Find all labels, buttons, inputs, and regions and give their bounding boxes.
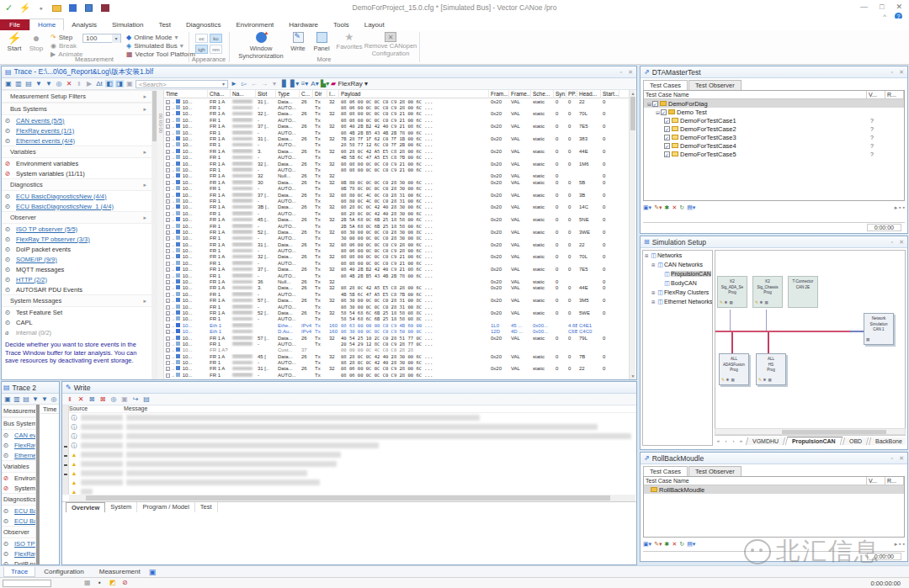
col-header-3[interactable]: Slot	[256, 90, 276, 98]
tree-item[interactable]: ⊙Test Feature Set	[2, 307, 152, 317]
tree-item[interactable]: ⊙DoIP packet events	[2, 244, 152, 254]
test-tree-item[interactable]: ⊟✓Demo Test	[644, 108, 904, 116]
tree-item[interactable]: ⊙SOME/IP (9/9)	[2, 254, 152, 264]
w-clear-icon[interactable]: ✕	[77, 395, 85, 403]
trace-row[interactable]: +→ 10...FR 1 A30Data...26Tx320B 80 0C 0C…	[164, 179, 629, 185]
write-col-source[interactable]: Source	[69, 405, 124, 412]
appearance-toggle-oc[interactable]: oc	[195, 34, 208, 43]
roll-delete-icon[interactable]: ✕	[672, 541, 677, 548]
network-tree-item[interactable]: ⊞◫CAN Networks	[643, 260, 712, 269]
write-button[interactable]: ✎ Write	[286, 32, 310, 52]
favorites-button[interactable]: ★ Favorites	[335, 32, 364, 50]
node-adasfusion[interactable]: ALLADASFusionProg✎✱▦	[719, 353, 749, 385]
w-pause-icon[interactable]: ‖	[66, 395, 74, 403]
close-button[interactable]: ✕	[896, 3, 902, 11]
test-tree-item[interactable]: ✓DemoForTestCase1?	[644, 116, 904, 124]
filter-icon[interactable]: ▼	[35, 80, 43, 87]
desktop-tab-configuration[interactable]: Configuration	[37, 567, 91, 576]
trace-row[interactable]: +→ 10...FR 1 A37 [..Data...26Tx3208 80 0…	[164, 192, 629, 198]
tree-item[interactable]: ⊘Environment variables	[2, 473, 35, 483]
trace-row[interactable]: +→ 10...FR 1 A57 [..Data...26Tx3240 54 2…	[164, 335, 629, 341]
trace-row[interactable]: +→ 10...FR 1 A52 [..Data...26Tx3258 54 6…	[164, 310, 629, 315]
sim-float-button[interactable]: ▫	[891, 239, 893, 246]
write-row[interactable]: ▲	[69, 478, 635, 487]
sheet-nav-icon[interactable]: »	[737, 438, 745, 443]
tree-item[interactable]: ⊘System variables (11/11)	[2, 483, 35, 493]
sim-tab-obd[interactable]: OBD	[843, 437, 869, 445]
network-tree-item[interactable]: ◫BodyCAN	[643, 278, 712, 288]
write-row[interactable]: ⓘ	[69, 422, 635, 432]
trace-row[interactable]: −→ 10...FR 1-AUTO...Tx08 06 00 0C 0C C0 …	[164, 104, 629, 110]
trace-row[interactable]: −→ 10...FR 1-AUTO...Tx08 28 0C 0C 42 40 …	[164, 359, 629, 365]
trace2-splitter[interactable]	[35, 405, 40, 564]
grid-col-0[interactable]: Test Case Name	[644, 91, 867, 99]
dta-new-icon[interactable]: ▣▾	[643, 204, 651, 211]
font-icon[interactable]: A▾	[311, 80, 319, 87]
grid-col-0[interactable]: Test Case Name	[644, 477, 867, 485]
dta-config-icon[interactable]: ✱	[665, 204, 670, 211]
trace-row[interactable]: −→ 10...FR 1-AUTO...Tx08 06 00 0C 0C C0 …	[164, 372, 629, 378]
break-button[interactable]: ◉Break	[50, 42, 77, 50]
write-row[interactable]: ▲	[69, 459, 635, 469]
trace-row[interactable]: +→ 10...FR 1 A31 [..Data...26Tx3208 06 0…	[164, 98, 629, 104]
trace-tree-scrollbar[interactable]	[152, 90, 157, 379]
checkbox[interactable]: ✓	[664, 151, 670, 157]
mark-icon[interactable]: ▾	[270, 80, 279, 87]
col-header-0[interactable]: Time	[164, 90, 208, 98]
tree-item[interactable]: ⊙ECU BasicDiagnosticsNew (4/4)	[2, 191, 152, 201]
roll-run-icons[interactable]: ▸ ▪ ▪	[895, 541, 905, 548]
trace-row[interactable]: +→ 10...FR 1 A32 [..Data...26Tx3208 08 0…	[164, 254, 629, 260]
trace-row[interactable]: +→ 10...FR 1 A3.Data...26Tx3208 28 0C 42…	[164, 285, 629, 291]
dta-close-button[interactable]: ✕	[899, 69, 904, 76]
tree-item[interactable]: ⊙ISO TP observer (5/5)	[2, 538, 35, 548]
find-icon[interactable]: ◎	[55, 80, 63, 87]
rows-icon[interactable]: ≡▾	[300, 80, 309, 87]
w-clearred-icon[interactable]: ⊠	[98, 395, 107, 403]
ribbon-tab-layout[interactable]: Layout	[357, 19, 392, 30]
tree-item[interactable]: ⊙FlexRay TP observer (3/3)	[2, 234, 152, 244]
write-row[interactable]: ⓘ	[69, 413, 635, 422]
expand-icon[interactable]: ▤	[24, 80, 33, 87]
desktop-tab-trace[interactable]: Trace	[3, 567, 35, 577]
trace-table-scrollbar[interactable]: ▲▼	[629, 90, 635, 379]
trace-row[interactable]: −→ 10...FR 1-AUTO...Tx08 28 0C 0C 42 40 …	[164, 210, 629, 216]
write-row[interactable]: ▲	[69, 469, 635, 478]
send-icon[interactable]: ►	[230, 80, 238, 87]
checkbox[interactable]: ✓	[664, 143, 670, 149]
trace-row[interactable]: +→ 10...Eth 1D.Au...IPv4Tx16008 30 00 0C…	[164, 328, 629, 334]
write-tab-system[interactable]: System	[105, 502, 137, 512]
tree-header[interactable]: Bus Systems	[2, 417, 35, 430]
tree-item[interactable]: ⊙CAPL	[2, 317, 152, 327]
send2-icon[interactable]: ▻	[240, 80, 248, 87]
trace-row[interactable]: +→ 10...FR 1 A32Null...26Tx320x20VALstat…	[164, 173, 629, 179]
tree-header[interactable]: Observer	[2, 526, 35, 538]
online-mode-button[interactable]: ◆Online Mode▾	[126, 34, 178, 41]
tree-item[interactable]: ⊙HTTP (2/2)	[2, 274, 152, 284]
simulated-bus-button[interactable]: ◈Simulated Bus▾	[126, 42, 183, 50]
search-input[interactable]: <Search>▾	[136, 80, 228, 88]
trace-row[interactable]: +→ 10...FR 1 A3.Data...26Tx3208 28 0C 42…	[164, 148, 629, 154]
dta-edit-icon[interactable]: ✎▾	[654, 204, 662, 211]
col-header-9[interactable]: Fram...	[489, 90, 509, 98]
sim-tab-backbone[interactable]: BackBone	[869, 437, 906, 445]
col-header-11[interactable]: Sche...	[531, 90, 554, 98]
trace-row[interactable]: +→ 10...FR 1 A45 [..Data...26Tx322B 5A 6…	[164, 216, 629, 222]
trace-row[interactable]: −→ 10...FR 1-AUTO...Tx08 06 00 0C 0C C0 …	[164, 247, 629, 253]
w-export-icon[interactable]: ↪	[131, 395, 140, 403]
remove-canopen-button[interactable]: ✕ Remove CANopen Configuration	[364, 32, 417, 57]
tree-item[interactable]: ⊙DoIP packet events	[2, 559, 35, 564]
col-header-6[interactable]: Dir	[313, 90, 327, 98]
ribbon-tab-tools[interactable]: Tools	[326, 19, 357, 30]
node-hs[interactable]: ALLHSProg✎✱▦	[756, 353, 786, 385]
write-title-bar[interactable]: ✎ Write	[62, 382, 636, 394]
w-clearall-icon[interactable]: ⊠	[88, 395, 96, 403]
sheet-nav-icon[interactable]: ‹	[722, 438, 730, 443]
test-tree-item[interactable]: ⊟✓DemoForDiag	[644, 99, 904, 108]
trace-row[interactable]: −→ 10...FR 1-AUTO...Tx0B 78 0C 0C 0C C0 …	[164, 185, 629, 191]
ribbon-tab-diagnostics[interactable]: Diagnostics	[178, 19, 228, 30]
pause-icon[interactable]: ‖	[75, 80, 83, 87]
tree-item[interactable]: ⊙ISO TP observer (5/5)	[2, 224, 152, 234]
roll-refresh-icon[interactable]: ↻	[679, 541, 684, 548]
protocol-filter[interactable]: ▰ FlexRay ▾	[331, 80, 368, 87]
prev-icon[interactable]: ←	[250, 80, 258, 87]
